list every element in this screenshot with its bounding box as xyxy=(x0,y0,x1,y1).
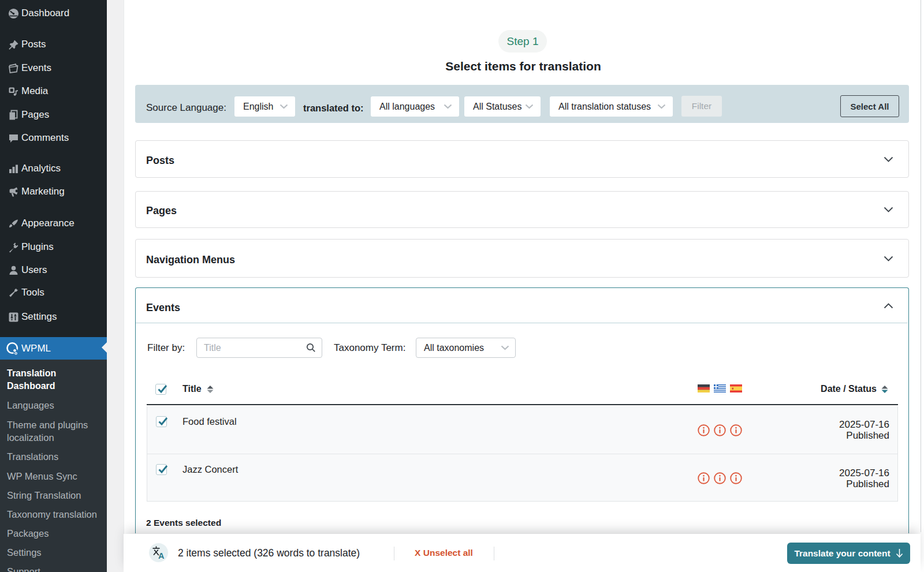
svg-text:A: A xyxy=(158,551,165,560)
